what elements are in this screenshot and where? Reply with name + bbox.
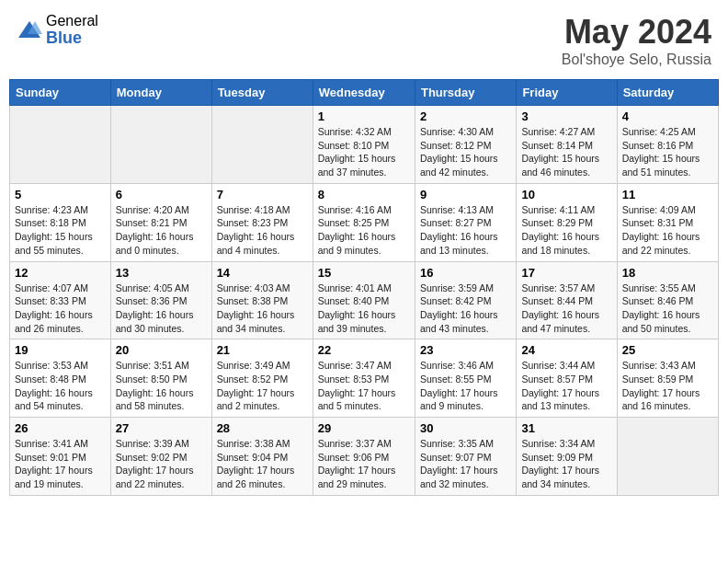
day-number: 31 bbox=[521, 421, 611, 435]
calendar-cell bbox=[10, 106, 111, 184]
day-info: Sunrise: 4:32 AMSunset: 8:10 PMDaylight:… bbox=[318, 125, 410, 179]
day-number: 1 bbox=[318, 109, 410, 123]
day-info: Sunrise: 3:55 AMSunset: 8:46 PMDaylight:… bbox=[622, 282, 713, 336]
day-info: Sunrise: 4:01 AMSunset: 8:40 PMDaylight:… bbox=[318, 282, 410, 336]
title-block: May 2024 Bol'shoye Selo, Russia bbox=[562, 13, 711, 68]
calendar-cell: 11Sunrise: 4:09 AMSunset: 8:31 PMDayligh… bbox=[617, 183, 718, 261]
day-info: Sunrise: 3:47 AMSunset: 8:53 PMDaylight:… bbox=[318, 359, 410, 413]
day-info: Sunrise: 4:25 AMSunset: 8:16 PMDaylight:… bbox=[622, 125, 713, 179]
day-info: Sunrise: 3:46 AMSunset: 8:55 PMDaylight:… bbox=[420, 359, 511, 413]
weekday-header-thursday: Thursday bbox=[415, 80, 516, 106]
day-number: 27 bbox=[116, 421, 207, 435]
day-number: 29 bbox=[318, 421, 410, 435]
calendar-cell: 30Sunrise: 3:35 AMSunset: 9:07 PMDayligh… bbox=[415, 418, 516, 496]
weekday-header-tuesday: Tuesday bbox=[211, 80, 313, 106]
day-number: 18 bbox=[622, 266, 713, 280]
calendar-cell: 7Sunrise: 4:18 AMSunset: 8:23 PMDaylight… bbox=[211, 183, 313, 261]
calendar-cell: 12Sunrise: 4:07 AMSunset: 8:33 PMDayligh… bbox=[10, 261, 111, 339]
location: Bol'shoye Selo, Russia bbox=[562, 52, 711, 68]
day-number: 15 bbox=[318, 266, 410, 280]
day-info: Sunrise: 3:43 AMSunset: 8:59 PMDaylight:… bbox=[622, 359, 713, 413]
calendar-cell: 20Sunrise: 3:51 AMSunset: 8:50 PMDayligh… bbox=[110, 339, 211, 418]
day-info: Sunrise: 4:13 AMSunset: 8:27 PMDaylight:… bbox=[420, 203, 511, 258]
calendar-cell: 28Sunrise: 3:38 AMSunset: 9:04 PMDayligh… bbox=[211, 418, 313, 496]
logo-general: General bbox=[46, 13, 98, 29]
day-info: Sunrise: 3:37 AMSunset: 9:06 PMDaylight:… bbox=[318, 437, 410, 491]
calendar-cell: 13Sunrise: 4:05 AMSunset: 8:36 PMDayligh… bbox=[110, 261, 211, 339]
day-number: 17 bbox=[521, 266, 611, 280]
day-info: Sunrise: 3:41 AMSunset: 9:01 PMDaylight:… bbox=[15, 437, 106, 491]
day-number: 4 bbox=[622, 109, 713, 123]
day-number: 16 bbox=[420, 266, 511, 280]
calendar-cell bbox=[211, 106, 313, 184]
weekday-header-sunday: Sunday bbox=[10, 80, 111, 106]
day-info: Sunrise: 4:30 AMSunset: 8:12 PMDaylight:… bbox=[420, 125, 511, 179]
day-number: 25 bbox=[622, 343, 713, 357]
calendar-cell: 22Sunrise: 3:47 AMSunset: 8:53 PMDayligh… bbox=[313, 339, 415, 418]
logo-icon bbox=[17, 17, 42, 43]
day-info: Sunrise: 4:20 AMSunset: 8:21 PMDaylight:… bbox=[116, 203, 207, 258]
calendar-cell: 29Sunrise: 3:37 AMSunset: 9:06 PMDayligh… bbox=[313, 418, 415, 496]
calendar-cell: 5Sunrise: 4:23 AMSunset: 8:18 PMDaylight… bbox=[10, 183, 111, 261]
weekday-header-friday: Friday bbox=[517, 80, 617, 106]
week-row-5: 26Sunrise: 3:41 AMSunset: 9:01 PMDayligh… bbox=[10, 418, 719, 496]
logo-blue: Blue bbox=[46, 29, 98, 48]
calendar-cell: 16Sunrise: 3:59 AMSunset: 8:42 PMDayligh… bbox=[415, 261, 516, 339]
page-header: General Blue May 2024 Bol'shoye Selo, Ru… bbox=[9, 9, 719, 72]
day-number: 14 bbox=[217, 266, 308, 280]
week-row-3: 12Sunrise: 4:07 AMSunset: 8:33 PMDayligh… bbox=[10, 261, 719, 339]
calendar-cell: 1Sunrise: 4:32 AMSunset: 8:10 PMDaylight… bbox=[313, 106, 415, 184]
calendar-cell: 18Sunrise: 3:55 AMSunset: 8:46 PMDayligh… bbox=[617, 261, 718, 339]
day-number: 9 bbox=[420, 188, 511, 201]
logo-text: General Blue bbox=[46, 13, 98, 47]
week-row-1: 1Sunrise: 4:32 AMSunset: 8:10 PMDaylight… bbox=[10, 106, 719, 184]
calendar-cell: 3Sunrise: 4:27 AMSunset: 8:14 PMDaylight… bbox=[517, 106, 617, 184]
day-info: Sunrise: 3:51 AMSunset: 8:50 PMDaylight:… bbox=[116, 359, 207, 413]
day-info: Sunrise: 3:38 AMSunset: 9:04 PMDaylight:… bbox=[217, 437, 308, 491]
day-info: Sunrise: 4:09 AMSunset: 8:31 PMDaylight:… bbox=[622, 203, 713, 258]
weekday-header-saturday: Saturday bbox=[617, 80, 718, 106]
calendar-cell: 15Sunrise: 4:01 AMSunset: 8:40 PMDayligh… bbox=[313, 261, 415, 339]
logo: General Blue bbox=[17, 13, 98, 47]
day-number: 8 bbox=[318, 188, 410, 201]
calendar-cell: 31Sunrise: 3:34 AMSunset: 9:09 PMDayligh… bbox=[517, 418, 617, 496]
weekday-header-monday: Monday bbox=[110, 80, 211, 106]
day-number: 2 bbox=[420, 109, 511, 123]
weekday-header-wednesday: Wednesday bbox=[313, 80, 415, 106]
day-number: 3 bbox=[521, 109, 611, 123]
day-number: 21 bbox=[217, 343, 308, 357]
day-number: 24 bbox=[521, 343, 611, 357]
calendar-cell: 14Sunrise: 4:03 AMSunset: 8:38 PMDayligh… bbox=[211, 261, 313, 339]
calendar-cell: 21Sunrise: 3:49 AMSunset: 8:52 PMDayligh… bbox=[211, 339, 313, 418]
day-number: 10 bbox=[521, 188, 611, 201]
day-info: Sunrise: 4:11 AMSunset: 8:29 PMDaylight:… bbox=[521, 203, 611, 258]
day-info: Sunrise: 3:57 AMSunset: 8:44 PMDaylight:… bbox=[521, 282, 611, 336]
calendar-cell: 8Sunrise: 4:16 AMSunset: 8:25 PMDaylight… bbox=[313, 183, 415, 261]
calendar-cell: 26Sunrise: 3:41 AMSunset: 9:01 PMDayligh… bbox=[10, 418, 111, 496]
weekday-header-row: SundayMondayTuesdayWednesdayThursdayFrid… bbox=[10, 80, 719, 106]
week-row-2: 5Sunrise: 4:23 AMSunset: 8:18 PMDaylight… bbox=[10, 183, 719, 261]
calendar-cell: 17Sunrise: 3:57 AMSunset: 8:44 PMDayligh… bbox=[517, 261, 617, 339]
day-number: 5 bbox=[15, 188, 106, 201]
day-number: 22 bbox=[318, 343, 410, 357]
week-row-4: 19Sunrise: 3:53 AMSunset: 8:48 PMDayligh… bbox=[10, 339, 719, 418]
day-info: Sunrise: 3:49 AMSunset: 8:52 PMDaylight:… bbox=[217, 359, 308, 413]
day-number: 12 bbox=[15, 266, 106, 280]
day-info: Sunrise: 3:53 AMSunset: 8:48 PMDaylight:… bbox=[15, 359, 106, 413]
calendar-cell: 6Sunrise: 4:20 AMSunset: 8:21 PMDaylight… bbox=[110, 183, 211, 261]
calendar-cell: 27Sunrise: 3:39 AMSunset: 9:02 PMDayligh… bbox=[110, 418, 211, 496]
day-info: Sunrise: 3:59 AMSunset: 8:42 PMDaylight:… bbox=[420, 282, 511, 336]
day-info: Sunrise: 4:27 AMSunset: 8:14 PMDaylight:… bbox=[521, 125, 611, 179]
calendar-cell: 25Sunrise: 3:43 AMSunset: 8:59 PMDayligh… bbox=[617, 339, 718, 418]
day-info: Sunrise: 4:05 AMSunset: 8:36 PMDaylight:… bbox=[116, 282, 207, 336]
day-info: Sunrise: 3:44 AMSunset: 8:57 PMDaylight:… bbox=[521, 359, 611, 413]
calendar-cell: 10Sunrise: 4:11 AMSunset: 8:29 PMDayligh… bbox=[517, 183, 617, 261]
calendar-table: SundayMondayTuesdayWednesdayThursdayFrid… bbox=[9, 79, 719, 496]
day-info: Sunrise: 4:23 AMSunset: 8:18 PMDaylight:… bbox=[15, 203, 106, 258]
calendar-cell bbox=[110, 106, 211, 184]
day-number: 20 bbox=[116, 343, 207, 357]
calendar-cell: 19Sunrise: 3:53 AMSunset: 8:48 PMDayligh… bbox=[10, 339, 111, 418]
calendar-cell: 9Sunrise: 4:13 AMSunset: 8:27 PMDaylight… bbox=[415, 183, 516, 261]
day-number: 23 bbox=[420, 343, 511, 357]
day-info: Sunrise: 3:39 AMSunset: 9:02 PMDaylight:… bbox=[116, 437, 207, 491]
